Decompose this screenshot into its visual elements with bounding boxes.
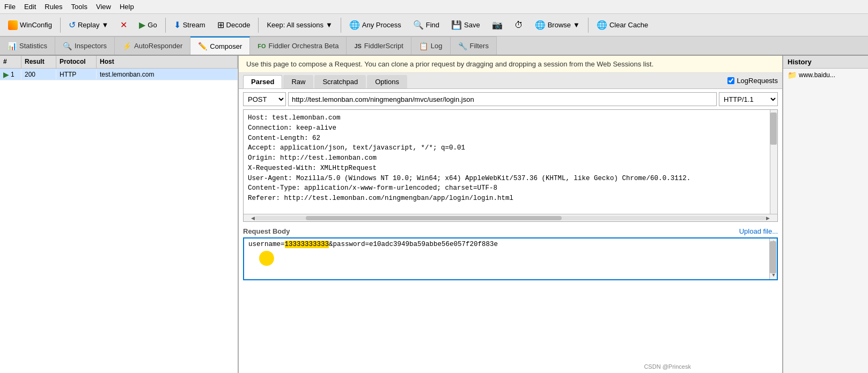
go-label: Go bbox=[148, 21, 157, 29]
browse-dropdown-icon: ▼ bbox=[573, 21, 580, 29]
composer-icon: ✏️ bbox=[198, 42, 207, 50]
replay-button[interactable]: ↺ Replay ▼ bbox=[64, 16, 113, 34]
cursor-indicator bbox=[259, 251, 274, 266]
browse-icon: 🌐 bbox=[535, 20, 546, 30]
separator-5 bbox=[588, 18, 589, 33]
remove-icon: ✕ bbox=[120, 20, 127, 30]
replay-label: Replay bbox=[78, 21, 99, 29]
decode-icon: ⊞ bbox=[217, 20, 224, 30]
header-line-5: Origin: http://test.lemonban.com bbox=[248, 153, 768, 163]
any-process-icon: 🌐 bbox=[349, 20, 360, 30]
screenshot-icon: 📷 bbox=[492, 20, 503, 30]
tab-statistics[interactable]: 📊 Statistics bbox=[0, 36, 55, 55]
session-row[interactable]: ▶ 1 200 HTTP test.lemonban.com bbox=[0, 69, 238, 80]
body-textarea[interactable]: username=13333333333&password=e10adc3949… bbox=[243, 237, 778, 280]
menu-edit[interactable]: Edit bbox=[24, 3, 36, 11]
menu-tools[interactable]: Tools bbox=[71, 3, 87, 11]
header-line-8: Content-Type: application/x-www-form-url… bbox=[248, 183, 768, 193]
go-button[interactable]: ▶ Go bbox=[134, 16, 161, 34]
composer-area: POST GET PUT DELETE HTTP/1.1 HTTP/1.0 HT… bbox=[239, 89, 782, 373]
headers-hscrollbar[interactable]: ◀ ▶ bbox=[244, 214, 777, 221]
find-button[interactable]: 🔍 Find bbox=[408, 16, 444, 34]
timer-button[interactable]: ⏱ bbox=[510, 16, 528, 34]
sub-tab-scratchpad[interactable]: Scratchpad bbox=[314, 75, 366, 88]
hscroll-right[interactable]: ▶ bbox=[766, 215, 770, 221]
upload-file-link[interactable]: Upload file... bbox=[739, 227, 778, 235]
col-host-header: Host bbox=[97, 56, 238, 68]
sessions-header: # Result Protocol Host bbox=[0, 56, 238, 69]
sub-tabs: Parsed Raw Scratchpad Options LogRequest… bbox=[239, 73, 782, 89]
hscroll-thumb[interactable] bbox=[306, 216, 562, 220]
fiddler-orchestra-icon: FO bbox=[258, 43, 266, 49]
header-line-7: User-Agent: Mozilla/5.0 (Windows NT 10.0… bbox=[248, 174, 768, 184]
protocol-select[interactable]: HTTP/1.1 HTTP/1.0 HTTP/2 bbox=[719, 92, 778, 106]
request-body-label: Request Body bbox=[243, 227, 290, 235]
separator-4 bbox=[341, 18, 341, 33]
stream-button[interactable]: ⬇ Stream bbox=[169, 16, 210, 34]
info-banner: Use this page to compose a Request. You … bbox=[239, 56, 782, 73]
find-label: Find bbox=[426, 21, 439, 29]
menu-file[interactable]: File bbox=[4, 3, 16, 11]
body-vscrollbar[interactable]: ▲ ▼ bbox=[769, 238, 777, 279]
replay-icon: ↺ bbox=[69, 20, 76, 30]
sub-tab-options[interactable]: Options bbox=[367, 75, 407, 88]
tab-log[interactable]: 📋 Log bbox=[411, 36, 451, 55]
tab-bar: 📊 Statistics 🔍 Inspectors ⚡ AutoResponde… bbox=[0, 36, 868, 56]
method-select[interactable]: POST GET PUT DELETE bbox=[243, 92, 286, 106]
headers-vscrollbar[interactable]: ▲ ▼ bbox=[770, 110, 777, 221]
clear-cache-icon: 🌐 bbox=[597, 20, 607, 30]
headers-area: Host: test.lemonban.com Connection: keep… bbox=[243, 109, 778, 222]
decode-button[interactable]: ⊞ Decode bbox=[212, 16, 255, 34]
replay-dropdown-icon: ▼ bbox=[101, 21, 108, 29]
separator-1 bbox=[60, 18, 61, 33]
tab-fiddler-orchestra[interactable]: FO Fiddler Orchestra Beta bbox=[250, 36, 347, 55]
sub-tab-raw[interactable]: Raw bbox=[283, 75, 313, 88]
tab-fiddlerscript[interactable]: JS FiddlerScript bbox=[347, 36, 411, 55]
info-banner-text: Use this page to compose a Request. You … bbox=[246, 60, 653, 68]
header-line-2: Connection: keep-alive bbox=[248, 123, 768, 133]
screenshot-button[interactable]: 📷 bbox=[487, 16, 507, 34]
vscroll-thumb[interactable] bbox=[770, 113, 777, 145]
header-line-9: Referer: http://test.lemonban.com/ningme… bbox=[248, 193, 768, 204]
headers-content[interactable]: Host: test.lemonban.com Connection: keep… bbox=[244, 110, 777, 214]
winconfig-button[interactable]: WinConfig bbox=[3, 16, 57, 34]
remove-button[interactable]: ✕ bbox=[115, 16, 132, 34]
clear-cache-button[interactable]: 🌐 Clear Cache bbox=[592, 16, 653, 34]
browse-button[interactable]: 🌐 Browse ▼ bbox=[530, 16, 585, 34]
log-request-label: LogRequests bbox=[737, 77, 778, 85]
url-input[interactable] bbox=[288, 92, 717, 106]
body-vscroll-thumb[interactable] bbox=[770, 241, 776, 273]
keep-button[interactable]: Keep: All sessions ▼ bbox=[262, 16, 337, 34]
fiddlerscript-icon: JS bbox=[354, 43, 361, 49]
sub-tab-parsed[interactable]: Parsed bbox=[243, 75, 282, 88]
any-process-button[interactable]: 🌐 Any Process bbox=[344, 16, 406, 34]
history-folder-icon: 📁 bbox=[788, 71, 797, 79]
header-line-6: X-Requested-With: XMLHttpRequest bbox=[248, 163, 768, 174]
menu-rules[interactable]: Rules bbox=[45, 3, 62, 11]
tab-composer[interactable]: ✏️ Composer bbox=[190, 36, 250, 55]
history-item-label: www.baidu... bbox=[799, 71, 835, 79]
any-process-label: Any Process bbox=[362, 21, 401, 29]
session-result: 200 bbox=[21, 70, 56, 79]
body-highlight: 13333333333 bbox=[285, 241, 329, 248]
log-request-area: LogRequests bbox=[727, 75, 778, 88]
tab-filters[interactable]: 🔧 Filters bbox=[451, 36, 497, 55]
browse-label: Browse bbox=[548, 21, 571, 29]
history-item-0[interactable]: 📁 www.baidu... bbox=[783, 69, 868, 81]
body-vscroll-down[interactable]: ▼ bbox=[770, 272, 777, 279]
save-button[interactable]: 💾 Save bbox=[446, 16, 485, 34]
save-label: Save bbox=[464, 21, 480, 29]
separator-2 bbox=[165, 18, 166, 33]
tab-inspectors[interactable]: 🔍 Inspectors bbox=[55, 36, 115, 55]
menu-help[interactable]: Help bbox=[120, 3, 134, 11]
menu-view[interactable]: View bbox=[96, 3, 111, 11]
session-protocol: HTTP bbox=[56, 70, 97, 79]
keep-dropdown-icon: ▼ bbox=[326, 21, 333, 29]
menu-bar: File Edit Rules Tools View Help bbox=[0, 0, 868, 14]
filters-icon: 🔧 bbox=[458, 42, 467, 50]
hscroll-left[interactable]: ◀ bbox=[251, 215, 255, 221]
history-header: History bbox=[783, 56, 868, 69]
log-request-checkbox[interactable] bbox=[727, 77, 734, 84]
tab-autoresponder[interactable]: ⚡ AutoResponder bbox=[115, 36, 190, 55]
request-body-header: Request Body Upload file... bbox=[243, 227, 778, 235]
